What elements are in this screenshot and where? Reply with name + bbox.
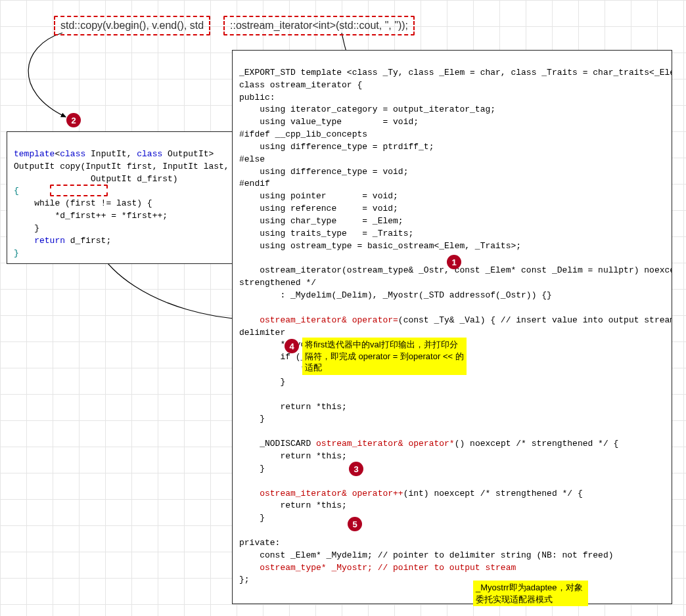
note-myostr-adaptee: _Myostrr即为adaptee，对象委托实现适配器模式: [473, 581, 588, 606]
operator-assign-decl: ostream_iterator& operator=: [239, 315, 398, 325]
top-call-left-text: std::copy(v.begin(), v.end(), std: [60, 20, 204, 31]
copy-template-code-box: template<class InputIt, class OutputIt> …: [7, 131, 237, 264]
badge-5: 5: [348, 517, 362, 531]
top-call-right-text: ::ostream_iterator<int>(std::cout, ", ")…: [230, 20, 408, 31]
operator-increment-decl: ostream_iterator& operator++: [239, 489, 403, 498]
top-call-right-box: ::ostream_iterator<int>(std::cout, ", ")…: [223, 16, 415, 35]
top-call-left-box: std::copy(v.begin(), v.end(), std: [54, 16, 210, 35]
myostr-member-decl: ostream_type* _Myostr; // pointer to out…: [239, 563, 516, 573]
operator-star-decl: ostream_iterator& operator*: [316, 439, 455, 449]
badge-2: 2: [66, 113, 81, 127]
badge-1: 1: [447, 255, 461, 269]
d-first-highlight-box: [50, 185, 108, 196]
badge-3: 3: [349, 462, 363, 476]
ostream-iterator-code-box: _EXPORT_STD template <class _Ty, class _…: [232, 50, 672, 604]
note-operator-adapt: 将first迭代器中的val打印输出，并打印分隔符，即完成 operator =…: [302, 338, 467, 375]
d-first-increment-text: *d_first++: [55, 211, 106, 221]
badge-4: 4: [285, 339, 299, 353]
